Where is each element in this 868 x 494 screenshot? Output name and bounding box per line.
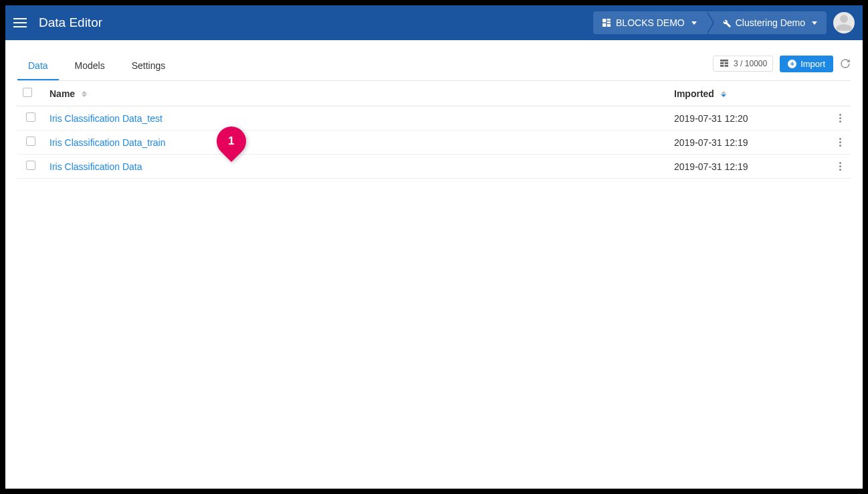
- user-icon: [835, 13, 853, 32]
- tab-settings[interactable]: Settings: [121, 51, 177, 80]
- row-name-link[interactable]: Iris Classification Data: [49, 161, 142, 172]
- row-name-link[interactable]: Iris Classification Data_test: [49, 113, 162, 124]
- data-table: Name Imported Iris Classification Data_: [17, 81, 851, 179]
- header-actions: [829, 81, 851, 106]
- header-name[interactable]: Name: [44, 81, 669, 106]
- wrench-icon: [721, 17, 732, 28]
- header-imported-label: Imported: [674, 88, 714, 99]
- table-wrap: Name Imported Iris Classification Data_: [17, 81, 851, 179]
- topbar: Data Editor BLOCKS DEMO Clustering Demo: [5, 5, 863, 40]
- chevron-down-icon: [691, 21, 697, 25]
- content: Data Models Settings 3 / 10000 + Import: [5, 40, 863, 489]
- topbar-left: Data Editor: [13, 15, 102, 31]
- header-select: [17, 81, 44, 106]
- row-name-link[interactable]: Iris Classification Data_train: [49, 137, 166, 148]
- table-body: Iris Classification Data_test 2019-07-31…: [17, 106, 851, 179]
- row-checkbox[interactable]: [26, 161, 35, 170]
- org-icon: [601, 17, 612, 28]
- plus-icon: +: [788, 60, 796, 68]
- import-button[interactable]: + Import: [780, 56, 833, 72]
- breadcrumb-org[interactable]: BLOCKS DEMO: [593, 11, 706, 34]
- import-button-label: Import: [800, 59, 825, 69]
- avatar[interactable]: [833, 12, 855, 33]
- header-name-label: Name: [49, 88, 75, 99]
- table-row: Iris Classification Data_train 1 2019-07…: [17, 131, 851, 155]
- more-icon[interactable]: [835, 114, 845, 122]
- row-imported: 2019-07-31 12:20: [669, 106, 829, 131]
- tabs: Data Models Settings: [17, 51, 176, 80]
- more-icon[interactable]: [835, 138, 845, 147]
- breadcrumb: BLOCKS DEMO Clustering Demo: [593, 11, 827, 34]
- page-title: Data Editor: [39, 15, 102, 30]
- refresh-icon[interactable]: [840, 58, 851, 69]
- breadcrumb-project-label: Clustering Demo: [736, 17, 805, 28]
- tab-models[interactable]: Models: [64, 51, 116, 80]
- row-imported: 2019-07-31 12:19: [669, 131, 829, 155]
- row-checkbox[interactable]: [26, 112, 35, 122]
- app-shell: Data Editor BLOCKS DEMO Clustering Demo: [5, 5, 863, 489]
- breadcrumb-org-label: BLOCKS DEMO: [616, 17, 685, 28]
- tabbar: Data Models Settings 3 / 10000 + Import: [17, 51, 851, 81]
- row-imported: 2019-07-31 12:19: [669, 155, 829, 179]
- toolbar: 3 / 10000 + Import: [713, 56, 851, 76]
- annotation-number: 1: [228, 135, 234, 148]
- sort-icon: [721, 91, 726, 97]
- menu-icon[interactable]: [13, 15, 29, 31]
- row-count-chip: 3 / 10000: [713, 56, 773, 72]
- table-icon: [719, 58, 730, 69]
- more-icon[interactable]: [835, 162, 845, 171]
- table-row: Iris Classification Data 2019-07-31 12:1…: [17, 155, 851, 179]
- chevron-down-icon: [812, 21, 817, 25]
- table-row: Iris Classification Data_test 2019-07-31…: [17, 106, 851, 131]
- sort-icon: [82, 91, 87, 97]
- row-checkbox[interactable]: [26, 137, 35, 146]
- breadcrumb-project[interactable]: Clustering Demo: [706, 11, 827, 34]
- row-count-label: 3 / 10000: [734, 59, 767, 68]
- tab-data[interactable]: Data: [17, 51, 59, 80]
- select-all-checkbox[interactable]: [23, 88, 32, 97]
- header-imported[interactable]: Imported: [669, 81, 829, 106]
- topbar-right: BLOCKS DEMO Clustering Demo: [593, 11, 855, 34]
